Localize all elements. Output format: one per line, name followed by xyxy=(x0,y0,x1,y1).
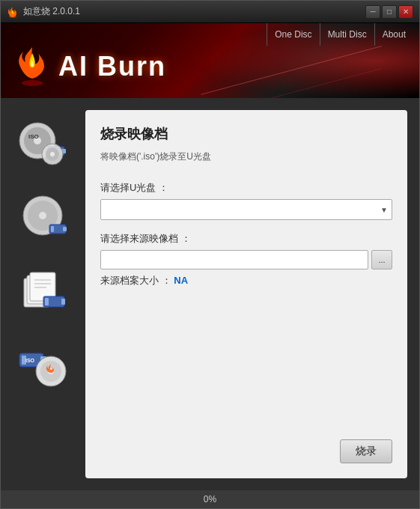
nav-about[interactable]: About xyxy=(374,23,413,46)
disc-select[interactable] xyxy=(100,199,392,220)
iso-small-icon: ISO xyxy=(16,338,69,387)
flame-logo-icon xyxy=(16,46,49,87)
logo-text: AI Burn xyxy=(58,51,166,82)
panel-header-group: 烧录映像档 将映像档('.iso')烧录至U光盘 xyxy=(100,125,392,169)
disc-select-wrapper: ▼ xyxy=(100,199,392,220)
panel-title: 烧录映像档 xyxy=(100,125,392,143)
browse-button[interactable]: ... xyxy=(371,250,392,269)
nav-bar: One Disc Multi Disc About xyxy=(267,23,419,46)
main-content: ISO xyxy=(1,98,419,508)
header-banner: One Disc Multi Disc About AI Burn xyxy=(1,23,419,98)
sidebar-icon-1[interactable]: ISO xyxy=(13,116,73,168)
svg-text:ISO: ISO xyxy=(25,358,35,363)
header-logo: AI Burn xyxy=(16,46,166,87)
main-panel: 烧录映像档 将映像档('.iso')烧录至U光盘 请选择U光盘 ： ▼ 请选择来… xyxy=(85,110,407,478)
burn-button-row: 烧录 xyxy=(100,439,392,463)
maximize-button[interactable]: □ xyxy=(382,5,397,19)
file-input-group: ... xyxy=(100,250,392,269)
disc-select-group: 请选择U光盘 ： ▼ xyxy=(100,181,392,220)
svg-rect-16 xyxy=(63,227,67,231)
sidebar-icon-2[interactable] xyxy=(13,189,73,242)
content-area: ISO xyxy=(1,98,419,490)
sidebar-icon-4[interactable]: ISO xyxy=(13,336,73,388)
source-file-input[interactable] xyxy=(100,250,368,269)
svg-rect-17 xyxy=(51,226,54,232)
file-size-label: 来源档案大小 ： xyxy=(100,275,171,286)
svg-rect-26 xyxy=(45,298,49,305)
sidebar-icon-3[interactable] xyxy=(13,263,73,315)
files-disc-icon xyxy=(16,265,69,314)
iso-usb-icon: ISO xyxy=(16,118,69,167)
nav-multi-disc[interactable]: Multi Disc xyxy=(320,23,374,46)
nav-one-disc[interactable]: One Disc xyxy=(267,23,319,46)
svg-point-11 xyxy=(50,152,55,156)
app-window: 如意烧 2.0.0.1 ─ □ ✕ One Disc Multi Disc Ab… xyxy=(0,0,420,509)
source-file-group: 请选择来源映像档 ： ... 来源档案大小 ： NA xyxy=(100,232,392,287)
disc-label: 请选择U光盘 ： xyxy=(100,181,392,195)
progress-text: 0% xyxy=(204,494,216,505)
burn-button[interactable]: 烧录 xyxy=(340,439,392,463)
title-bar: 如意烧 2.0.0.1 ─ □ ✕ xyxy=(1,1,419,23)
title-text: 如意烧 2.0.0.1 xyxy=(23,5,80,18)
title-bar-left: 如意烧 2.0.0.1 xyxy=(7,5,80,18)
svg-rect-25 xyxy=(61,299,65,305)
app-icon xyxy=(7,6,19,18)
blank-disc-icon xyxy=(16,192,69,240)
svg-text:ISO: ISO xyxy=(28,133,39,140)
source-label: 请选择来源映像档 ： xyxy=(100,232,392,246)
progress-bar-container: 0% xyxy=(1,490,419,508)
svg-point-14 xyxy=(39,212,46,219)
file-size-value: NA xyxy=(174,275,188,286)
sidebar-icons: ISO xyxy=(13,110,76,478)
close-button[interactable]: ✕ xyxy=(398,5,413,19)
file-size-row: 来源档案大小 ： NA xyxy=(100,274,392,287)
minimize-button[interactable]: ─ xyxy=(365,5,380,19)
panel-subtitle: 将映像档('.iso')烧录至U光盘 xyxy=(100,150,392,163)
title-buttons: ─ □ ✕ xyxy=(365,5,413,19)
svg-point-1 xyxy=(22,80,43,86)
